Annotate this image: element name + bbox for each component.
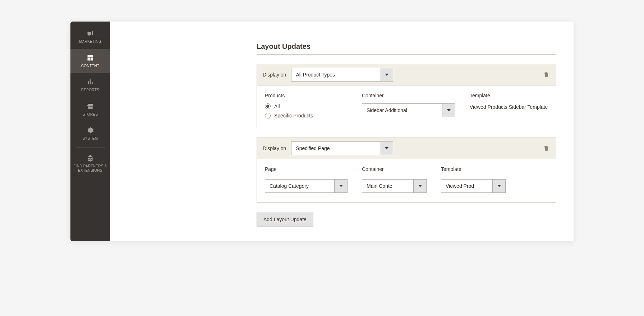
sidebar-item-label: STORES bbox=[83, 112, 98, 117]
sidebar-item-content[interactable]: CONTENT bbox=[70, 49, 110, 73]
sidebar-item-label: SYSTEM bbox=[83, 136, 98, 141]
megaphone-icon bbox=[86, 29, 95, 37]
container-label: Container bbox=[362, 93, 455, 98]
card-body: Products All Specific Products Container bbox=[257, 85, 556, 128]
select-value: Catalog Category bbox=[265, 180, 334, 192]
products-label: Products bbox=[265, 93, 348, 98]
display-on-select[interactable]: All Product Types bbox=[291, 68, 393, 82]
delete-layout-button[interactable] bbox=[542, 144, 550, 152]
template-column: Template Viewed Prod bbox=[441, 166, 506, 193]
select-value: Specified Page bbox=[291, 142, 380, 155]
sidebar-item-find-partners[interactable]: FIND PARTNERS & EXTENSIONS bbox=[70, 149, 110, 178]
container-select[interactable]: Main Conte bbox=[362, 179, 427, 193]
caret-down-icon bbox=[380, 68, 393, 81]
section-rule bbox=[257, 54, 556, 55]
container-column: Container Sidebar Additional bbox=[362, 93, 455, 118]
sidebar-divider bbox=[75, 147, 105, 148]
admin-sidebar: MARKETING CONTENT REPORTS STORES SYSTEM bbox=[70, 22, 110, 241]
main-content: Layout Updates Display on All Product Ty… bbox=[110, 22, 574, 241]
caret-down-icon bbox=[380, 142, 393, 155]
trash-icon bbox=[543, 71, 549, 78]
radio-specific-products[interactable]: Specific Products bbox=[265, 113, 348, 118]
content-column: Layout Updates Display on All Product Ty… bbox=[257, 22, 556, 227]
card-header: Display on All Product Types bbox=[257, 64, 556, 85]
caret-down-icon bbox=[492, 180, 505, 192]
page-column: Page Catalog Category bbox=[265, 166, 348, 193]
blocks-icon bbox=[86, 154, 95, 162]
card-header: Display on Specified Page bbox=[257, 138, 556, 159]
radio-icon bbox=[265, 103, 271, 109]
container-column: Container Main Conte bbox=[362, 166, 427, 193]
radio-label: All bbox=[274, 103, 280, 109]
trash-icon bbox=[543, 145, 549, 152]
layout-icon bbox=[86, 54, 95, 62]
display-on-label: Display on bbox=[263, 145, 286, 151]
caret-down-icon bbox=[334, 180, 347, 192]
sidebar-item-stores[interactable]: STORES bbox=[70, 97, 110, 122]
radio-icon bbox=[265, 113, 271, 118]
app-window: MARKETING CONTENT REPORTS STORES SYSTEM bbox=[70, 22, 574, 241]
caret-down-icon bbox=[413, 180, 426, 192]
template-column: Template Viewed Products Sidebar Templat… bbox=[470, 93, 548, 118]
select-value: Sidebar Additional bbox=[362, 104, 442, 117]
add-layout-update-button[interactable]: Add Layout Update bbox=[257, 212, 313, 227]
select-value: All Product Types bbox=[291, 68, 380, 81]
template-select[interactable]: Viewed Prod bbox=[441, 179, 506, 193]
card-body: Page Catalog Category Container Main Con… bbox=[257, 159, 556, 202]
page-select[interactable]: Catalog Category bbox=[265, 179, 348, 193]
gear-icon bbox=[86, 126, 95, 134]
sidebar-item-label: MARKETING bbox=[79, 40, 101, 44]
sidebar-item-label: FIND PARTNERS & EXTENSIONS bbox=[73, 164, 108, 173]
sidebar-item-system[interactable]: SYSTEM bbox=[70, 121, 110, 146]
template-value: Viewed Products Sidebar Template bbox=[470, 103, 548, 111]
page-label: Page bbox=[265, 166, 348, 172]
template-label: Template bbox=[470, 93, 548, 98]
products-column: Products All Specific Products bbox=[265, 93, 348, 118]
sidebar-item-label: REPORTS bbox=[81, 88, 99, 93]
bar-chart-icon bbox=[86, 78, 95, 86]
radio-all-products[interactable]: All bbox=[265, 103, 348, 109]
container-label: Container bbox=[362, 166, 427, 172]
display-on-select[interactable]: Specified Page bbox=[291, 141, 393, 155]
template-label: Template bbox=[441, 166, 506, 172]
store-icon bbox=[86, 102, 95, 110]
layout-update-card: Display on Specified Page Page bbox=[257, 138, 556, 203]
delete-layout-button[interactable] bbox=[542, 71, 550, 79]
layout-update-card: Display on All Product Types Products bbox=[257, 64, 556, 128]
caret-down-icon bbox=[442, 104, 455, 117]
sidebar-item-marketing[interactable]: MARKETING bbox=[70, 24, 110, 49]
section-title: Layout Updates bbox=[257, 42, 556, 51]
container-select[interactable]: Sidebar Additional bbox=[362, 103, 455, 117]
display-on-label: Display on bbox=[263, 72, 286, 78]
select-value: Main Conte bbox=[362, 180, 413, 192]
sidebar-item-label: CONTENT bbox=[81, 64, 99, 69]
sidebar-item-reports[interactable]: REPORTS bbox=[70, 73, 110, 97]
radio-label: Specific Products bbox=[274, 113, 313, 118]
select-value: Viewed Prod bbox=[441, 180, 492, 192]
